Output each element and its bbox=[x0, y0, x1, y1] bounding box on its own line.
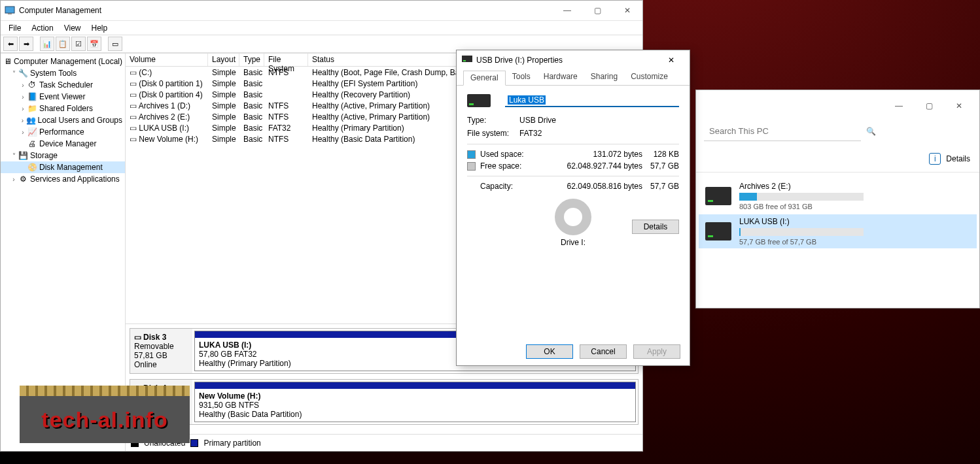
volume-label-input[interactable]: Luka USB bbox=[505, 93, 679, 107]
col-type[interactable]: Type bbox=[239, 54, 264, 66]
toolbar-btn-2[interactable]: 📋 bbox=[56, 37, 70, 51]
toolbar-btn-1[interactable]: 📊 bbox=[40, 37, 54, 51]
nav-back-button[interactable]: ⬅ bbox=[3, 37, 18, 51]
toolbar-btn-4[interactable]: 📅 bbox=[87, 37, 101, 51]
col-layout[interactable]: Layout bbox=[208, 54, 239, 66]
app-icon bbox=[5, 5, 15, 16]
drive-list: Archives 2 (E:)803 GB free of 931 GBLUKA… bbox=[696, 173, 979, 255]
disk4-row[interactable]: ▭Disk 4 Basic 931,50 GB Online New Volum… bbox=[130, 379, 639, 425]
toolbar-btn-5[interactable]: ▭ bbox=[108, 37, 122, 51]
tree-local-users[interactable]: ›👥Local Users and Groups bbox=[1, 114, 125, 126]
watermark: tech-al.info bbox=[7, 386, 196, 451]
cancel-button[interactable]: Cancel bbox=[580, 344, 627, 359]
disk3-info: ▭Disk 3 Removable 57,81 GB Online bbox=[130, 329, 192, 373]
drive-icon-large bbox=[467, 94, 491, 107]
tree-root[interactable]: 🖥Computer Management (Local) bbox=[1, 56, 125, 67]
explorer-window: — ▢ ✕ 🔍 i Details Archives 2 (E:)803 GB … bbox=[695, 90, 980, 308]
exp-close-button[interactable]: ✕ bbox=[944, 96, 974, 116]
hdd-icon bbox=[705, 187, 731, 205]
tree-event-viewer[interactable]: ›📘Event Viewer bbox=[1, 91, 125, 103]
drive-label: Drive I: bbox=[561, 238, 586, 247]
search-input[interactable] bbox=[704, 122, 861, 141]
disk-legend: Unallocated Primary partition bbox=[126, 434, 642, 451]
tab-customize[interactable]: Customize bbox=[624, 70, 674, 85]
props-title: USB Drive (I:) Properties bbox=[476, 56, 563, 65]
tree-device-manager[interactable]: 🖨Device Manager bbox=[1, 138, 125, 150]
tree-shared-folders[interactable]: ›📁Shared Folders bbox=[1, 103, 125, 114]
type-value: USB Drive bbox=[519, 116, 679, 125]
details-button[interactable]: Details bbox=[632, 220, 679, 234]
svg-rect-0 bbox=[5, 7, 14, 13]
menu-help[interactable]: Help bbox=[86, 22, 113, 34]
tab-sharing[interactable]: Sharing bbox=[584, 70, 624, 85]
minimize-button[interactable]: — bbox=[552, 1, 582, 20]
drive-icon bbox=[462, 55, 472, 65]
toolbar-btn-3[interactable]: ☑ bbox=[71, 37, 86, 51]
cm-title: Computer Management bbox=[19, 6, 552, 15]
col-volume[interactable]: Volume bbox=[126, 54, 208, 66]
hdd-icon bbox=[705, 222, 731, 240]
tree-task-scheduler[interactable]: ›⏱Task Scheduler bbox=[1, 79, 125, 91]
tree-services[interactable]: ›⚙Services and Applications bbox=[1, 173, 125, 185]
disk4-partition[interactable]: New Volume (H:)931,50 GB NTFSHealthy (Ba… bbox=[194, 382, 636, 422]
cm-titlebar[interactable]: Computer Management — ▢ ✕ bbox=[1, 1, 642, 20]
maximize-button[interactable]: ▢ bbox=[582, 1, 612, 20]
props-close-button[interactable]: ✕ bbox=[658, 50, 684, 70]
info-icon[interactable]: i bbox=[929, 153, 941, 165]
col-fs[interactable]: File System bbox=[264, 54, 308, 66]
drive-item[interactable]: LUKA USB (I:)57,7 GB free of 57,7 GB bbox=[699, 214, 977, 248]
tree-storage[interactable]: ˅💾Storage bbox=[1, 150, 125, 161]
used-color-swatch bbox=[467, 150, 476, 159]
apply-button[interactable]: Apply bbox=[633, 344, 680, 359]
tree-system-tools[interactable]: ˅🔧System Tools bbox=[1, 67, 125, 79]
close-button[interactable]: ✕ bbox=[612, 1, 642, 20]
props-titlebar[interactable]: USB Drive (I:) Properties ✕ bbox=[457, 50, 690, 70]
ok-button[interactable]: OK bbox=[526, 344, 573, 359]
menu-view[interactable]: View bbox=[59, 22, 86, 34]
capacity-ring-icon bbox=[555, 199, 591, 235]
tree-performance[interactable]: ›📈Performance bbox=[1, 126, 125, 138]
details-link[interactable]: Details bbox=[946, 154, 970, 163]
menu-action[interactable]: Action bbox=[26, 22, 58, 34]
nav-fwd-button[interactable]: ➡ bbox=[19, 37, 33, 51]
tab-hardware[interactable]: Hardware bbox=[537, 70, 584, 85]
props-tabs: General Tools Hardware Sharing Customize bbox=[457, 70, 690, 86]
free-color-swatch bbox=[467, 162, 476, 171]
drive-item[interactable]: Archives 2 (E:)803 GB free of 931 GB bbox=[699, 179, 977, 213]
cm-menubar: File Action View Help bbox=[1, 20, 642, 35]
svg-rect-3 bbox=[463, 60, 466, 61]
properties-dialog: USB Drive (I:) Properties ✕ General Tool… bbox=[456, 50, 690, 366]
tree-disk-management[interactable]: 📀Disk Management bbox=[1, 161, 125, 173]
fs-value: FAT32 bbox=[519, 129, 679, 138]
tab-general[interactable]: General bbox=[463, 71, 506, 86]
menu-file[interactable]: File bbox=[3, 22, 26, 34]
exp-minimize-button[interactable]: — bbox=[884, 96, 914, 116]
exp-maximize-button[interactable]: ▢ bbox=[914, 96, 944, 116]
search-icon[interactable]: 🔍 bbox=[866, 127, 876, 136]
svg-rect-1 bbox=[8, 13, 12, 14]
tab-tools[interactable]: Tools bbox=[506, 70, 537, 85]
